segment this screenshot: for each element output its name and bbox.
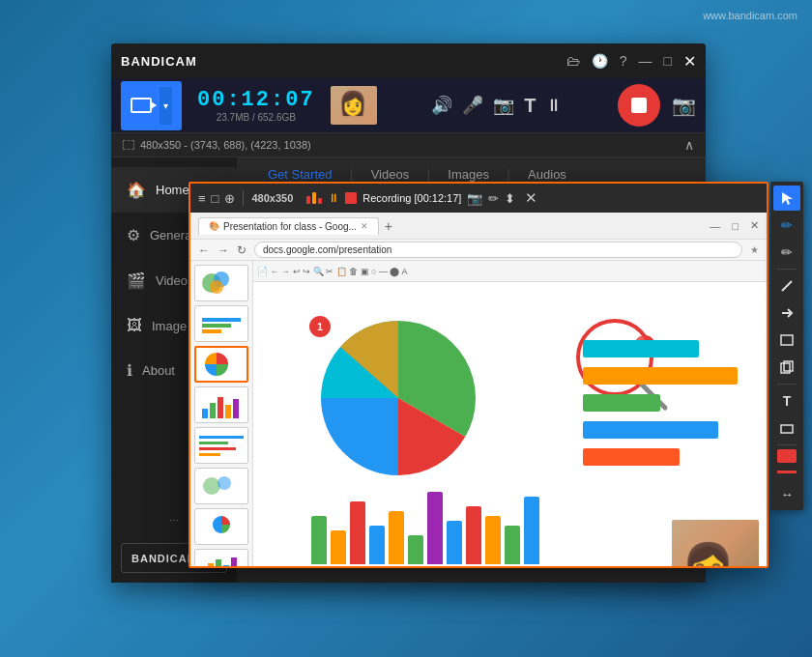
draw-pencil-button[interactable]: ✏ <box>773 240 800 265</box>
folder-icon[interactable]: 🗁 <box>566 53 580 69</box>
recording-overlay: ≡ □ ⊕ 480x350 ⏸ Recording [00:12:17] 📷 ✏… <box>188 182 768 568</box>
draw-lr-arrows-button[interactable]: ↔ <box>773 481 800 506</box>
bar-7 <box>427 492 443 564</box>
draw-copy-button[interactable] <box>773 355 800 380</box>
mic-icon[interactable]: 🎤 <box>462 95 483 116</box>
bar-2 <box>331 530 346 564</box>
webcam-icon[interactable]: 📷 <box>493 95 514 116</box>
gear-icon: ⚙ <box>127 226 140 244</box>
browser-minimize[interactable]: — <box>710 220 720 232</box>
rec-pencil-icon[interactable]: ✏ <box>488 191 499 206</box>
rec-bar-3 <box>318 198 322 204</box>
rec-menu-icon[interactable]: ≡ <box>198 191 206 206</box>
presentation-content: 🌍 📄 ← → ↩ ↪ 🔍 ✂ 📋 🗑 ▣ ○ — ⬤ A <box>190 261 767 568</box>
help-icon[interactable]: ? <box>620 53 627 69</box>
draw-cursor-button[interactable] <box>773 186 800 211</box>
lr-arrows-icon: ↔ <box>781 487 794 501</box>
browser-back[interactable]: ← <box>198 243 210 257</box>
rec-window-icon[interactable]: □ <box>212 191 219 206</box>
collapse-icon[interactable]: ∧ <box>684 137 694 153</box>
address-input[interactable]: docs.google.com/presentation <box>254 242 742 258</box>
browser-close[interactable]: ✕ <box>750 219 759 232</box>
slide-thumb-2[interactable] <box>194 305 248 342</box>
bar-11 <box>505 526 520 564</box>
rec-region-icon[interactable]: ⊕ <box>224 191 235 206</box>
pencil-icon: ✏ <box>781 244 793 260</box>
browser-refresh[interactable]: ↻ <box>237 243 246 257</box>
text-overlay-icon[interactable]: T <box>524 95 536 117</box>
draw-highlight-button[interactable]: ✏ <box>773 213 800 238</box>
draw-line-button[interactable] <box>773 273 800 299</box>
toolbar-icons-group: 🔊 🎤 📷 T ⏸ <box>385 95 610 117</box>
svg-rect-23 <box>197 430 246 461</box>
svg-rect-18 <box>202 409 208 418</box>
slide-toolbar-strip: 📄 ← → ↩ ↪ 🔍 ✂ 📋 🗑 ▣ ○ — ⬤ A <box>253 261 767 282</box>
svg-rect-36 <box>216 559 221 568</box>
rec-close-icon[interactable]: ✕ <box>525 189 537 207</box>
slide-thumb-7[interactable] <box>194 508 248 545</box>
browser-forward[interactable]: → <box>218 243 229 257</box>
clock-icon[interactable]: 🕐 <box>592 53 608 69</box>
drawing-toolbar: ✏ ✏ T ↔ <box>770 182 803 510</box>
sidebar-image-label: Image <box>152 319 187 333</box>
browser-tab-presentation[interactable]: 🎨 Presentation for class - Goog... ✕ <box>198 217 379 235</box>
rec-pause-icon[interactable]: ⏸ <box>328 191 339 205</box>
main-toolbar: ▾ 00:12:07 23.7MB / 652.6GB 🔊 🎤 📷 T ⏸ 📷 <box>111 78 706 132</box>
slide-thumb-6[interactable] <box>194 468 248 504</box>
draw-eraser-button[interactable] <box>773 415 800 441</box>
browser-tab-title: Presentation for class - Goog... <box>223 221 357 232</box>
new-tab-button[interactable]: + <box>385 218 392 234</box>
recording-toolbar: ≡ □ ⊕ 480x350 ⏸ Recording [00:12:17] 📷 ✏… <box>190 184 767 213</box>
dropdown-arrow[interactable]: ▾ <box>160 87 172 125</box>
slide-thumb-5[interactable] <box>194 427 248 464</box>
title-bar: BANDICAM 🗁 🕐 ? — □ ✕ <box>111 43 706 78</box>
draw-color-swatch[interactable] <box>777 449 797 463</box>
video-icon: 🎬 <box>127 271 146 290</box>
svg-rect-37 <box>223 565 229 568</box>
rec-camera-icon[interactable]: 📷 <box>467 191 482 206</box>
crop-icon <box>123 140 134 150</box>
svg-rect-13 <box>202 324 231 328</box>
rec-expand-icon[interactable]: ⬍ <box>505 191 515 206</box>
svg-rect-48 <box>781 335 793 345</box>
draw-rect-button[interactable] <box>773 328 800 353</box>
record-stop-button[interactable] <box>618 84 660 127</box>
slide-thumb-1[interactable] <box>194 265 248 301</box>
info-icon: ℹ <box>127 361 132 380</box>
browser-tab-close[interactable]: ✕ <box>361 221 368 231</box>
highlight-icon: ✏ <box>781 217 793 233</box>
pie-chart <box>302 301 514 495</box>
rec-stop-icon[interactable] <box>345 192 357 204</box>
slide-thumb-3[interactable] <box>194 346 248 383</box>
watermark-text: www.bandicam.com <box>703 10 798 21</box>
record-mode-button[interactable]: ▾ <box>121 81 182 130</box>
bar-10 <box>485 516 501 564</box>
svg-rect-51 <box>781 425 793 433</box>
webcam-in-recording <box>672 520 759 568</box>
browser-maximize[interactable]: □ <box>732 220 739 232</box>
dots-icon[interactable]: ··· <box>163 509 185 530</box>
slide-thumb-8[interactable] <box>194 549 248 568</box>
recording-status-text: Recording [00:12:17] <box>362 192 461 204</box>
svg-rect-35 <box>208 563 214 568</box>
draw-text-button[interactable]: T <box>773 388 800 414</box>
maximize-icon[interactable]: □ <box>664 53 672 69</box>
rec-sep-1 <box>243 190 244 206</box>
draw-arrow-button[interactable] <box>773 300 800 326</box>
browser-star[interactable]: ★ <box>750 244 759 255</box>
timer-text: 00:12:07 <box>197 88 315 112</box>
draw-line-thickness[interactable] <box>777 471 797 473</box>
audio-icon[interactable]: 🔊 <box>431 95 452 116</box>
slide-thumb-4[interactable] <box>194 386 248 423</box>
rec-bar-2 <box>312 192 316 204</box>
home-icon: 🏠 <box>127 181 146 199</box>
close-button[interactable]: ✕ <box>683 52 696 71</box>
copy-tool-icon <box>780 360 794 374</box>
pause-icon[interactable]: ⏸ <box>545 96 563 116</box>
bar-4 <box>369 526 385 564</box>
snapshot-button[interactable]: 📷 <box>672 94 696 117</box>
browser-address-bar: ← → ↻ docs.google.com/presentation ★ <box>190 240 767 261</box>
slide-content-area: 1 2 <box>253 282 767 568</box>
minimize-icon[interactable]: — <box>639 53 652 69</box>
svg-point-10 <box>210 280 223 294</box>
